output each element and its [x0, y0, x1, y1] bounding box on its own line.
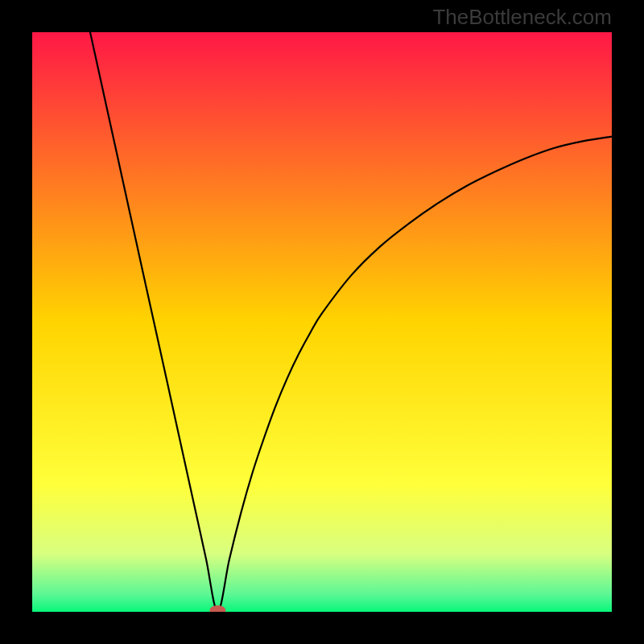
- chart-background: [32, 32, 612, 612]
- chart-frame: TheBottleneck.com: [0, 0, 644, 644]
- bottleneck-chart: [32, 32, 612, 612]
- watermark-text: TheBottleneck.com: [432, 5, 612, 30]
